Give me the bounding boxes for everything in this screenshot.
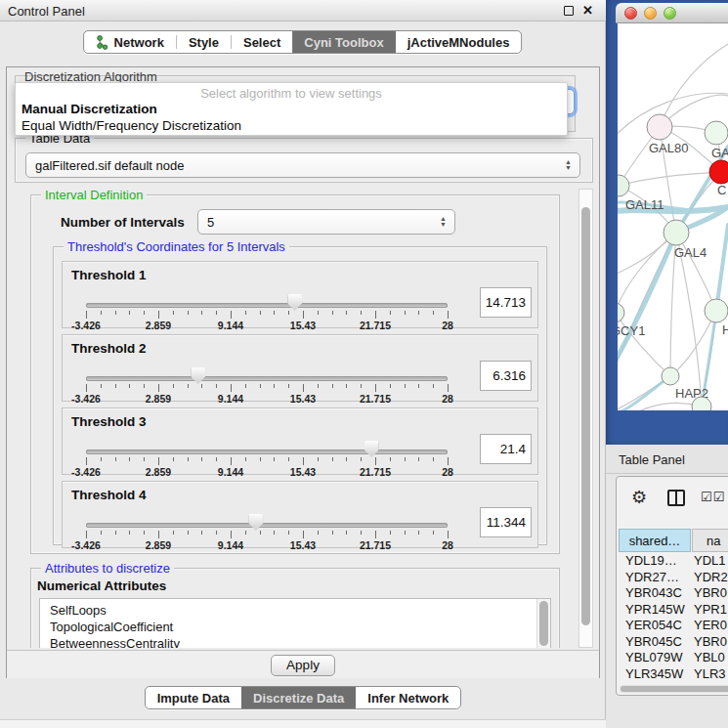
cell-name[interactable]: YDR2: [694, 570, 728, 585]
cell-name[interactable]: YLR3: [694, 666, 726, 682]
cell-name[interactable]: YBL0: [694, 650, 725, 665]
column-header-name[interactable]: na: [692, 529, 728, 552]
tab-jactivemnodules[interactable]: jActiveMNodules: [396, 31, 522, 53]
tab-discretize-data-label: Discretize Data: [253, 691, 344, 706]
table-row[interactable]: YBR043CYBR0: [619, 585, 728, 602]
tab-network[interactable]: Network: [84, 31, 176, 53]
slider-handle[interactable]: [287, 294, 302, 311]
table-row[interactable]: YDL19…YDL1: [619, 553, 728, 570]
slider-track[interactable]: [86, 376, 448, 381]
table-row[interactable]: YPR145WYPR1: [619, 602, 728, 619]
tick-label: 9.144: [218, 320, 243, 331]
list-item[interactable]: TopologicalCoefficient: [40, 619, 550, 635]
apply-button[interactable]: Apply: [271, 655, 335, 676]
threshold-1-slider[interactable]: -3.4262.8599.14415.4321.71528: [86, 297, 448, 328]
float-window-icon[interactable]: [564, 6, 574, 16]
network-node[interactable]: [705, 299, 728, 322]
threshold-3-value-field[interactable]: 21.4: [480, 434, 532, 464]
tab-impute-data[interactable]: Impute Data: [146, 687, 241, 708]
cell-name[interactable]: YER0: [694, 618, 727, 633]
list-item[interactable]: SelfLoops: [40, 602, 550, 619]
threshold-4-slider[interactable]: -3.4262.8599.14415.4321.71528: [86, 517, 448, 548]
mac-minimize-button[interactable]: [644, 7, 657, 20]
cell-shared-name[interactable]: YDR27…: [625, 570, 692, 585]
tick-mark: [188, 531, 189, 535]
threshold-3-slider[interactable]: -3.4262.8599.14415.4321.71528: [86, 444, 448, 475]
select-attributes-checkboxes-icon[interactable]: ☑☑: [701, 490, 725, 504]
dropdown-option-manual-discretization[interactable]: Manual Discretization: [16, 101, 567, 117]
cell-shared-name[interactable]: YBL079W: [625, 650, 692, 665]
slider-handle[interactable]: [191, 367, 205, 384]
table-data-combobox[interactable]: galFiltered.sif default node ▲▼: [25, 152, 580, 178]
slider-handle[interactable]: [364, 441, 379, 457]
list-scrollbar[interactable]: [536, 599, 550, 648]
cell-name[interactable]: YDL1: [694, 553, 726, 569]
threshold-4-label: Threshold 4: [71, 488, 147, 502]
network-canvas[interactable]: GAL80GACGAL11GAL4GCY1HHAP2: [618, 23, 728, 410]
table-row[interactable]: YBR045CYBR0: [619, 634, 728, 651]
network-window-titlebar[interactable]: [616, 3, 728, 23]
network-node[interactable]: [618, 175, 629, 196]
network-node[interactable]: [664, 220, 689, 245]
tick-label: 9.144: [218, 539, 243, 551]
threshold-1-value-field[interactable]: 14.713: [480, 287, 532, 318]
tick-mark: [405, 457, 406, 461]
network-window-frame: GAL80GACGAL11GAL4GCY1HHAP2: [606, 0, 728, 445]
numerical-attributes-list[interactable]: SelfLoops TopologicalCoefficient Between…: [39, 598, 551, 648]
dropdown-option-equal-width-frequency[interactable]: Equal Width/Frequency Discretization: [16, 117, 567, 134]
cell-name[interactable]: YBR0: [694, 634, 727, 650]
tab-style[interactable]: Style: [177, 31, 231, 53]
cell-shared-name[interactable]: YBR045C: [625, 634, 692, 650]
cell-shared-name[interactable]: YPR145W: [625, 602, 692, 618]
column-header-shared[interactable]: shared…: [619, 529, 691, 552]
network-node[interactable]: [647, 114, 672, 140]
tick-mark: [448, 384, 449, 392]
tick-mark: [405, 531, 406, 535]
scrollbar-thumb[interactable]: [539, 601, 548, 646]
tick-mark: [86, 311, 87, 319]
mac-close-button[interactable]: [624, 7, 637, 20]
tick-label: 15.43: [290, 466, 316, 478]
threshold-2-slider[interactable]: -3.4262.8599.14415.4321.71528: [86, 370, 448, 402]
scrollbar-thumb[interactable]: [621, 686, 728, 692]
scrollbar-thumb[interactable]: [581, 207, 590, 625]
cell-shared-name[interactable]: YER054C: [625, 618, 692, 633]
table-row[interactable]: YER054CYER0: [619, 618, 728, 634]
mac-zoom-button[interactable]: [664, 7, 676, 20]
tab-select[interactable]: Select: [232, 31, 292, 53]
network-node[interactable]: [705, 121, 728, 145]
tick-mark: [433, 531, 434, 535]
bottom-tab-bar: Impute Data Discretize Data Infer Networ…: [0, 686, 606, 709]
slider-track[interactable]: [86, 450, 448, 454]
apply-row: Apply: [7, 650, 599, 678]
slider-track[interactable]: [86, 523, 448, 528]
list-item[interactable]: BetweennessCentrality: [40, 635, 550, 648]
threshold-2-label: Threshold 2: [71, 341, 147, 356]
threshold-4-value-field[interactable]: 11.344: [480, 507, 532, 537]
table-row[interactable]: YBL079WYBL0: [619, 650, 728, 666]
cell-shared-name[interactable]: YBR043C: [625, 585, 692, 601]
tab-discretize-data[interactable]: Discretize Data: [241, 687, 356, 708]
cell-name[interactable]: YBR0: [694, 585, 727, 601]
tick-label: 2.859: [146, 466, 171, 478]
threshold-2-value-field[interactable]: 6.316: [480, 361, 532, 391]
settings-scrollbar[interactable]: [578, 189, 593, 648]
network-node[interactable]: [709, 160, 728, 184]
table-row[interactable]: YDR27…YDR2: [619, 570, 728, 586]
slider-handle[interactable]: [248, 514, 263, 531]
cell-name[interactable]: YPR1: [694, 602, 727, 618]
table-horizontal-scrollbar[interactable]: [620, 685, 728, 693]
tick-mark: [144, 457, 145, 461]
cell-shared-name[interactable]: YDL19…: [625, 553, 692, 569]
network-node[interactable]: [662, 367, 679, 385]
cell-shared-name[interactable]: YLR345W: [625, 666, 692, 682]
gear-icon[interactable]: ⚙: [631, 487, 647, 508]
close-icon[interactable]: ✕: [582, 3, 593, 18]
network-node[interactable]: [618, 303, 624, 322]
number-of-intervals-combobox[interactable]: 5 ▲▼: [197, 209, 455, 235]
slider-track[interactable]: [86, 303, 448, 308]
columns-icon[interactable]: [667, 490, 685, 506]
tab-cyni-toolbox[interactable]: Cyni Toolbox: [292, 31, 395, 53]
tab-infer-network[interactable]: Infer Network: [356, 687, 460, 708]
table-row[interactable]: YLR345WYLR3: [619, 666, 728, 683]
